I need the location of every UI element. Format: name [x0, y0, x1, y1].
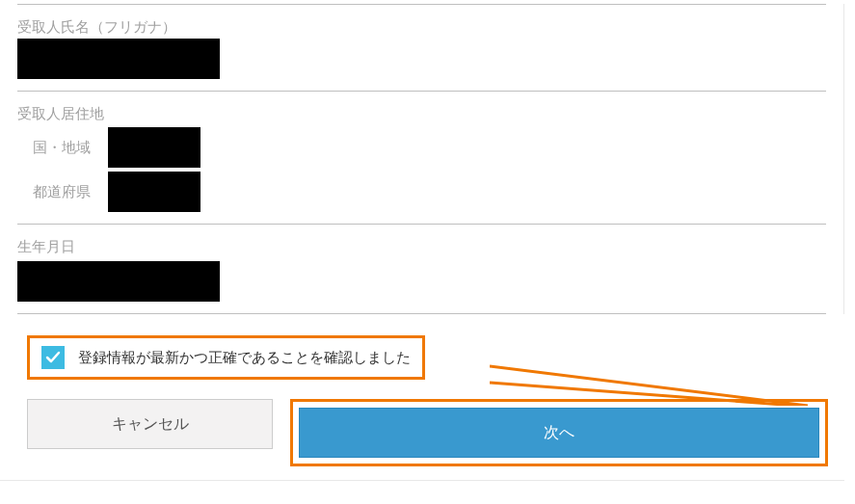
furigana-label: 受取人氏名（フリガナ） — [17, 18, 826, 37]
country-label: 国・地域 — [33, 139, 108, 157]
section-residence: 受取人居住地 国・地域 都道府県 — [17, 91, 826, 224]
section-furigana: 受取人氏名（フリガナ） — [17, 4, 826, 91]
cancel-button[interactable]: キャンセル — [27, 399, 273, 449]
dob-value — [17, 261, 220, 302]
form-container: 受取人氏名（フリガナ） 受取人居住地 国・地域 都道府県 生年月日 — [0, 4, 844, 314]
next-highlight-box: 次へ — [290, 399, 828, 466]
confirm-area: 登録情報が最新かつ正確であることを確認しました — [0, 335, 855, 380]
button-row: キャンセル 次へ — [0, 399, 855, 480]
check-icon — [45, 350, 61, 365]
residence-label: 受取人居住地 — [17, 105, 826, 123]
bottom-border — [0, 480, 844, 481]
divider — [17, 313, 826, 314]
country-row: 国・地域 — [17, 127, 826, 168]
prefecture-label: 都道府県 — [33, 183, 108, 201]
section-dob: 生年月日 — [17, 224, 826, 313]
furigana-value — [17, 39, 220, 79]
country-value — [108, 127, 200, 168]
confirm-checkbox[interactable] — [41, 346, 65, 369]
checkbox-highlight-box: 登録情報が最新かつ正確であることを確認しました — [27, 335, 425, 380]
prefecture-row: 都道府県 — [17, 172, 826, 212]
prefecture-value — [108, 172, 200, 212]
next-button[interactable]: 次へ — [299, 408, 819, 458]
confirm-checkbox-label: 登録情報が最新かつ正確であることを確認しました — [78, 349, 411, 367]
dob-label: 生年月日 — [17, 238, 826, 256]
